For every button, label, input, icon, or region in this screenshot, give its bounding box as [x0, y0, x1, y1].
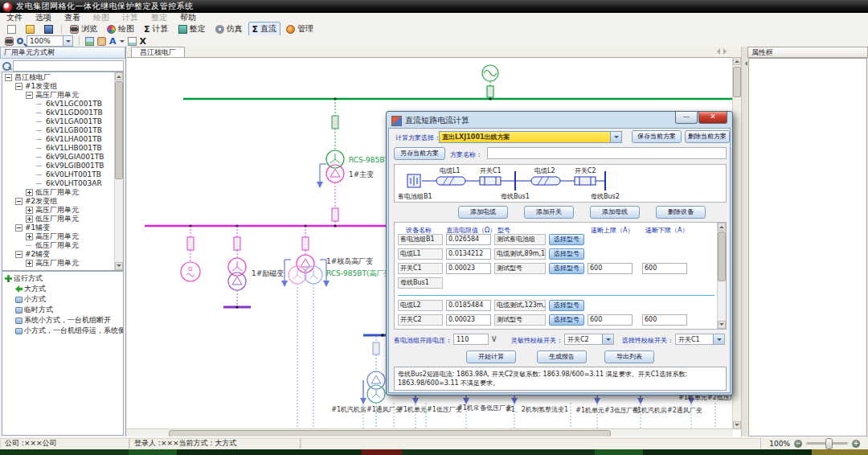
- export-list-button[interactable]: 导出列表: [604, 350, 654, 363]
- scroll-down-icon[interactable]: [115, 262, 123, 270]
- result-textbox[interactable]: 母线Bus2短路电流: 1863.98A, 开关C2灵敏系数: 1863.98/…: [394, 367, 727, 391]
- tree-item[interactable]: 6kV1LHA001TB: [2, 135, 115, 144]
- toolbar-button[interactable]: 绘图: [103, 22, 138, 36]
- tree-item[interactable]: 6kV1LGD001TB: [2, 109, 115, 117]
- tree-item[interactable]: 运行方式: [2, 273, 123, 284]
- resistance-input[interactable]: 0.0134212: [446, 248, 491, 260]
- tree-item[interactable]: 6kV1LHB001TB: [2, 144, 115, 153]
- tree-item[interactable]: #2发变组: [2, 197, 115, 206]
- save-as-scheme-button[interactable]: 另存当前方案: [394, 147, 445, 160]
- scroll-up-icon[interactable]: [115, 72, 123, 80]
- menu-item[interactable]: 文件: [0, 12, 29, 23]
- select-model-button[interactable]: 选择型号: [549, 314, 584, 326]
- collapse-icon[interactable]: [26, 92, 33, 99]
- sensitivity-combo[interactable]: 开关C2: [564, 334, 614, 345]
- tree-item[interactable]: 6kV9LGIB001TB: [2, 162, 115, 170]
- zoom-slider-thumb[interactable]: [825, 438, 833, 449]
- start-calculation-button[interactable]: 开始计算: [466, 350, 516, 363]
- tree-item[interactable]: 6kV0LHT003AR: [2, 179, 115, 188]
- select-model-button[interactable]: 选择型号: [549, 234, 584, 245]
- add-bus-button[interactable]: 添加母线: [590, 206, 640, 219]
- expand-icon[interactable]: [26, 233, 33, 240]
- tree-item[interactable]: 小方式，一台机组停运，系统侧断开: [2, 326, 123, 336]
- scheme-name-input[interactable]: [487, 147, 727, 159]
- canvas-vscrollbar[interactable]: [732, 57, 741, 429]
- table-scrollbar[interactable]: [717, 223, 726, 329]
- delete-device-button[interactable]: 删除设备: [656, 206, 706, 219]
- new-button[interactable]: [3, 23, 20, 35]
- tree-item[interactable]: 高压厂用单元: [2, 232, 115, 241]
- select-model-button[interactable]: 选择型号: [549, 300, 584, 311]
- scheme-combo[interactable]: 直出LXJ1001出线方案: [439, 131, 622, 143]
- pan-hand-icon[interactable]: [97, 37, 106, 46]
- chevron-down-icon[interactable]: [120, 40, 125, 45]
- toolbar-button[interactable]: 管理: [282, 22, 317, 36]
- aux-transformer-branch[interactable]: [281, 226, 330, 428]
- battery-voltage-input[interactable]: 110: [453, 334, 489, 345]
- tree-item[interactable]: 低压厂用单元: [2, 241, 115, 250]
- zoom-slider[interactable]: [806, 442, 848, 445]
- upper-limit-input[interactable]: 600: [588, 263, 633, 274]
- collapse-icon[interactable]: [15, 251, 23, 258]
- generate-report-button[interactable]: 生成报告: [537, 350, 587, 363]
- image-tool-icon[interactable]: [85, 37, 94, 46]
- zoom-dropdown-button[interactable]: [63, 36, 72, 46]
- tree-item[interactable]: #1辅变: [2, 223, 115, 232]
- dialog-titlebar[interactable]: 直流短路电流计算 — ✕: [388, 113, 731, 128]
- resistance-input[interactable]: 0.00023: [446, 314, 491, 326]
- toolbar-button[interactable]: 浏览: [66, 22, 101, 36]
- toolbar-button[interactable]: 仿真: [211, 22, 247, 36]
- tree-item[interactable]: 高压厂用单元: [2, 91, 115, 100]
- delete-tool-button[interactable]: X: [140, 36, 146, 47]
- toolbar-button[interactable]: Σ计算: [140, 22, 173, 36]
- scroll-down-icon[interactable]: [718, 321, 726, 329]
- tree-item[interactable]: 昌江核电厂: [2, 73, 115, 82]
- add-switch-button[interactable]: 添加开关: [524, 206, 574, 219]
- resistance-input[interactable]: 0.0185484: [446, 300, 491, 311]
- tree-item[interactable]: 低压厂用单元: [2, 215, 115, 223]
- chevron-down-icon[interactable]: [602, 334, 613, 344]
- tree-item[interactable]: 6kV1LGB001TB: [2, 126, 115, 135]
- lower-limit-input[interactable]: 600: [642, 314, 687, 326]
- expand-icon[interactable]: [26, 207, 33, 214]
- tab-scroll-left-icon[interactable]: [714, 48, 720, 55]
- expand-icon[interactable]: [26, 189, 33, 196]
- tree-item[interactable]: 小方式: [2, 294, 123, 305]
- menu-item[interactable]: 选项: [29, 12, 58, 23]
- collapse-icon[interactable]: [15, 224, 23, 232]
- find-icon[interactable]: [5, 37, 14, 46]
- lower-limit-input[interactable]: 600: [642, 263, 687, 274]
- zoom-out-icon[interactable]: −: [794, 440, 802, 448]
- tree-item[interactable]: #2辅变: [2, 250, 115, 259]
- select-model-button[interactable]: 选择型号: [549, 263, 584, 274]
- tree-item[interactable]: 6kV9LGIA001TB: [2, 153, 115, 162]
- minimize-button[interactable]: —: [675, 112, 698, 124]
- open-button[interactable]: [22, 23, 39, 35]
- scroll-up-icon[interactable]: [718, 223, 726, 231]
- main-transformer[interactable]: [317, 99, 344, 226]
- scheme-dropdown-button[interactable]: [610, 132, 621, 142]
- tree-item[interactable]: 系统小方式，一台机组断开: [2, 315, 123, 326]
- selectivity-combo[interactable]: 开关C1: [675, 334, 725, 345]
- delete-scheme-button[interactable]: 删除当前方案: [685, 130, 730, 143]
- tree-item[interactable]: 6kV1LGC001TB: [2, 100, 115, 109]
- zoom-in-icon[interactable]: +: [852, 440, 860, 448]
- zoom-level-combo[interactable]: 100%: [27, 35, 73, 47]
- system-source-symbol[interactable]: [482, 65, 498, 99]
- toolbar-button[interactable]: Σ直流: [248, 22, 281, 36]
- search-icon[interactable]: [2, 61, 11, 71]
- save-scheme-button[interactable]: 保存当前方案: [632, 130, 682, 143]
- font-tool-button[interactable]: A: [109, 36, 117, 47]
- resistance-input[interactable]: 0.026584: [446, 234, 491, 245]
- chevron-down-icon[interactable]: [713, 334, 724, 344]
- toolbar-button[interactable]: 整定: [174, 22, 210, 36]
- save-button[interactable]: [40, 23, 57, 35]
- resistance-input[interactable]: 0.00023: [446, 263, 491, 274]
- collapse-icon[interactable]: [15, 83, 23, 90]
- tab-scroll-right-icon[interactable]: [723, 48, 730, 55]
- edit-doc-icon[interactable]: [128, 37, 137, 46]
- tree-item[interactable]: 大方式: [2, 284, 123, 294]
- tree-search-input[interactable]: [13, 60, 124, 72]
- upper-limit-input[interactable]: 600: [588, 314, 633, 326]
- tab-plant[interactable]: 昌江核电厂: [131, 47, 185, 57]
